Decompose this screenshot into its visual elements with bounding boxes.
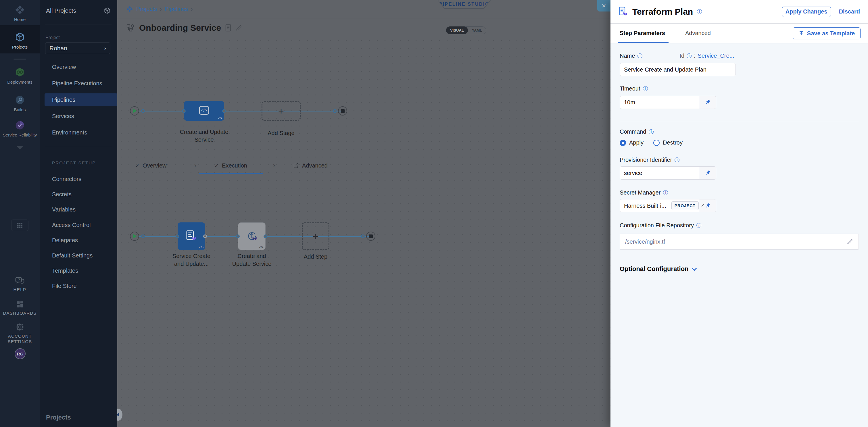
deployments-icon — [14, 67, 25, 77]
optional-configuration-toggle[interactable]: Optional Configuration — [620, 265, 696, 273]
info-icon[interactable] — [675, 158, 679, 162]
user-avatar[interactable]: RG — [15, 348, 26, 359]
info-icon[interactable] — [649, 129, 654, 134]
project-selector[interactable]: Rohan › — [45, 42, 111, 54]
breadcrumb-pipelines[interactable]: Pipelines — [165, 6, 188, 12]
chevron-right-icon: › — [273, 162, 275, 169]
nav-item-variables[interactable]: Variables — [52, 206, 75, 213]
rail-item-home[interactable]: Home — [0, 5, 40, 23]
rail-item-dashboards[interactable]: DASHBOARDS — [0, 300, 40, 316]
stage-node-label[interactable]: Create and Update Service — [180, 128, 228, 144]
service-reliability-icon — [15, 120, 25, 130]
configuration-file-repository-field[interactable]: /service/nginx.tf — [620, 234, 859, 250]
pin-icon — [704, 202, 711, 209]
projects-cube-icon — [14, 32, 25, 42]
pipeline-studio-badge: PIPELINE STUDIO — [437, 0, 491, 9]
timeout-input[interactable] — [620, 96, 699, 109]
toggle-yaml[interactable]: YAML — [468, 28, 486, 32]
info-icon[interactable] — [663, 190, 668, 195]
triangle-left-icon — [117, 413, 119, 417]
id-label: Id — [679, 53, 684, 59]
provisioner-identifier-input[interactable] — [620, 166, 699, 179]
nav-item-access-control[interactable]: Access Control — [52, 222, 91, 228]
tab-step-parameters[interactable]: Step Parameters — [620, 30, 665, 36]
step-node-label[interactable]: Create and Update Service — [229, 252, 275, 268]
nav-item-pipeline-executions[interactable]: Pipeline Executions — [52, 80, 102, 87]
step-node-terraform-plan-selected[interactable]: </> — [178, 222, 205, 250]
connector-port — [182, 109, 186, 113]
info-icon[interactable] — [687, 54, 691, 58]
tab-execution[interactable]: ✓Execution — [214, 162, 247, 169]
rail-item-deployments[interactable]: Deployments — [0, 67, 40, 85]
add-step-label[interactable]: Add Step — [291, 253, 340, 261]
stage-connector-line — [139, 111, 345, 111]
breadcrumb-projects[interactable]: Projects — [136, 6, 157, 12]
cube-icon[interactable] — [103, 7, 111, 14]
advanced-icon — [293, 163, 299, 169]
nav-item-services[interactable]: Services — [52, 113, 74, 120]
save-as-template-button[interactable]: Save as Template — [793, 27, 861, 39]
repository-path-value: /service/nginx.tf — [625, 238, 665, 245]
nav-item-secrets[interactable]: Secrets — [52, 191, 71, 198]
rail-collapse-chevron-icon[interactable] — [17, 146, 23, 150]
code-badge: </> — [259, 245, 264, 249]
nav-item-delegates[interactable]: Delegates — [52, 237, 78, 244]
step-id-value[interactable]: Service_Cre... — [698, 53, 734, 59]
add-stage-node[interactable]: + — [261, 101, 301, 121]
tab-advanced[interactable]: Advanced — [293, 162, 328, 169]
builds-icon — [15, 95, 25, 105]
tab-overview[interactable]: ✓Overview — [135, 162, 166, 169]
harness-logo-icon — [126, 5, 133, 13]
info-icon[interactable] — [697, 9, 702, 14]
timeout-runtime-pin-button[interactable] — [699, 96, 716, 109]
rail-apps-button[interactable] — [11, 220, 28, 231]
chevron-down-icon — [691, 265, 697, 271]
stage-start-node — [130, 106, 139, 116]
notes-icon[interactable] — [225, 24, 231, 32]
stage-node-create-update-service[interactable]: </> </> — [184, 101, 224, 121]
radio-apply[interactable]: Apply — [620, 139, 644, 146]
info-icon[interactable] — [638, 54, 642, 58]
nav-item-pipelines[interactable]: Pipelines — [52, 97, 75, 103]
drawer-close-button[interactable]: ✕ — [597, 0, 611, 11]
nav-item-connectors[interactable]: Connectors — [52, 176, 81, 183]
info-icon[interactable] — [643, 86, 648, 91]
rail-item-account-settings[interactable]: ACCOUNTSETTINGS — [0, 322, 40, 344]
nav-item-templates[interactable]: Templates — [52, 267, 78, 274]
edit-pencil-icon[interactable] — [236, 25, 242, 31]
rail-item-service-reliability[interactable]: Service Reliability — [0, 120, 40, 138]
add-step-node[interactable]: + — [302, 222, 330, 250]
secret-manager-select[interactable]: Harness Built-i... PROJECT — [620, 199, 699, 212]
provisioner-runtime-pin-button[interactable] — [699, 166, 716, 179]
nav-item-overview[interactable]: Overview — [52, 64, 76, 70]
check-icon: ✓ — [135, 163, 140, 169]
project-field-label: Project — [45, 35, 60, 40]
visual-yaml-toggle[interactable]: VISUAL YAML — [446, 27, 486, 34]
provisioner-identifier-label: Provisioner Identifier — [620, 157, 672, 163]
rail-item-help[interactable]: ? HELP — [0, 276, 40, 293]
step-parameters-form: Name Id : Service_Cre... Timeout Command — [611, 43, 868, 427]
nav-item-file-store[interactable]: File Store — [52, 283, 77, 289]
apply-changes-button[interactable]: Apply Changes — [782, 7, 831, 17]
toggle-visual[interactable]: VISUAL — [446, 27, 468, 34]
step-node-terraform-apply[interactable]: </> — [238, 222, 266, 250]
tab-advanced[interactable]: Advanced — [685, 30, 711, 36]
timeout-label: Timeout — [620, 85, 640, 92]
discard-button[interactable]: Discard — [839, 8, 860, 15]
custom-stage-icon: </> — [198, 105, 210, 117]
all-projects-label[interactable]: All Projects — [46, 7, 76, 14]
radio-destroy[interactable]: Destroy — [653, 139, 683, 146]
edit-pencil-icon[interactable] — [846, 238, 853, 245]
chevron-right-icon: › — [160, 6, 162, 12]
step-node-label[interactable]: Service Create and Update... — [170, 252, 213, 268]
name-input[interactable] — [620, 63, 736, 76]
home-icon — [15, 5, 25, 15]
apps-grid-icon — [17, 222, 23, 229]
info-icon[interactable] — [696, 223, 701, 228]
nav-item-environments[interactable]: Environments — [52, 129, 87, 136]
radio-selected-icon — [620, 140, 626, 146]
nav-item-default-settings[interactable]: Default Settings — [52, 252, 93, 259]
rail-item-projects[interactable]: Projects — [0, 25, 40, 54]
add-stage-label[interactable]: Add Stage — [257, 129, 306, 137]
rail-item-builds[interactable]: Builds — [0, 95, 40, 112]
